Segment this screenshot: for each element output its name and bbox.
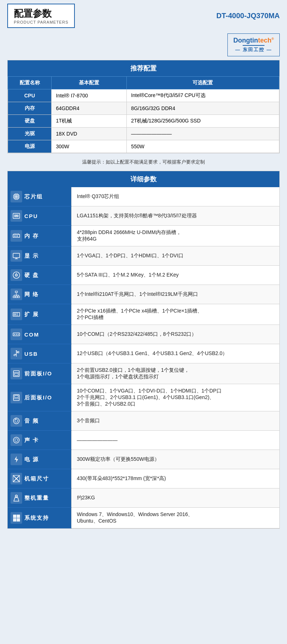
row-basic: 1T机械 bbox=[52, 115, 127, 128]
notice-prefix: 温馨提示： bbox=[82, 159, 106, 165]
title-zh: 配置参数 bbox=[14, 7, 68, 20]
row-icon bbox=[11, 250, 22, 262]
row-icon: CPU bbox=[11, 210, 22, 222]
row-icon bbox=[11, 230, 22, 242]
label-inner: 网 络 bbox=[11, 289, 68, 300]
recommended-section: 推荐配置 配置名称 基本配置 可选配置 CPU Intel® I7-8700 I… bbox=[7, 60, 280, 153]
detail-label-cell: 芯片组 bbox=[8, 187, 71, 206]
detail-row: 前面板I/O 2个前置USB2.0接口，1个电源按键，1个复位键，1个电源指示灯… bbox=[8, 363, 279, 384]
svg-rect-35 bbox=[18, 296, 20, 298]
label-inner: USB bbox=[11, 348, 68, 359]
row-optional: ———————— bbox=[126, 128, 279, 140]
svg-point-48 bbox=[14, 334, 15, 335]
title-box: 配置参数 PRODUCT PARAMETERS bbox=[7, 4, 75, 28]
row-icon bbox=[11, 368, 22, 379]
detail-label-cell: 网 络 bbox=[8, 285, 71, 304]
label-inner: 电 源 bbox=[11, 454, 68, 465]
detail-value-cell: ———————— bbox=[71, 431, 279, 450]
detail-label-cell: CPU CPU bbox=[8, 206, 71, 226]
table-header-row: 配置名称 基本配置 可选配置 bbox=[8, 77, 279, 89]
detail-label-cell: 9 硬 盘 bbox=[8, 266, 71, 285]
detail-label-cell: COM bbox=[8, 325, 71, 344]
detail-label-cell: kg 整机重量 bbox=[8, 488, 71, 508]
detail-value-cell: 300W额定功率（可更换550W电源） bbox=[71, 450, 279, 469]
svg-point-49 bbox=[16, 334, 17, 335]
row-label: 后面板I/O bbox=[24, 394, 52, 401]
detail-label-cell: USB bbox=[8, 344, 71, 363]
svg-marker-68 bbox=[15, 456, 18, 463]
detail-row: 扩 展 2个PCIe x16插槽、1个PCIe x4插槽、1个PCIe×1插槽、… bbox=[8, 304, 279, 325]
svg-rect-20 bbox=[17, 236, 18, 237]
detail-table: 芯片组 Intel® Q370芯片组 CPU CPU LGA1151构架，支持英… bbox=[8, 187, 279, 528]
label-inner: 后面板I/O bbox=[11, 392, 68, 403]
detail-value-cell: 12个USB口（4个USB3.1 Gen1、4个USB3.1 Gen2、4个US… bbox=[71, 344, 279, 363]
svg-point-66 bbox=[13, 437, 19, 443]
row-icon bbox=[11, 473, 22, 484]
detail-row: 后面板I/O 10个COM口、1个VGA口、1个DVI-D口、1个HDMI口、1… bbox=[8, 384, 279, 411]
detail-label-cell: 系统支持 bbox=[8, 508, 71, 528]
detail-row: 芯片组 Intel® Q370芯片组 bbox=[8, 187, 279, 206]
recommended-table: 配置名称 基本配置 可选配置 CPU Intel® I7-8700 Intel®… bbox=[8, 76, 279, 153]
table-row: 光驱 18X DVD ———————— bbox=[8, 128, 279, 140]
row-label: CPU bbox=[24, 213, 38, 219]
svg-rect-75 bbox=[17, 515, 20, 518]
row-label: 电 源 bbox=[24, 456, 39, 463]
row-name: 内存 bbox=[8, 102, 52, 115]
detail-value-cell: 1个Intel®i210AT千兆网口、1个Intel®I219LM千兆网口 bbox=[71, 285, 279, 304]
row-label: 机箱尺寸 bbox=[24, 475, 49, 482]
table-row: 硬盘 1T机械 2T机械/128G/256G/500G SSD bbox=[8, 115, 279, 128]
row-icon bbox=[11, 191, 22, 202]
row-label: 系统支持 bbox=[24, 515, 49, 522]
row-icon: 9 bbox=[11, 269, 22, 281]
svg-text:kg: kg bbox=[15, 495, 17, 497]
detail-row: 音 频 3个音频口 bbox=[8, 411, 279, 431]
row-label: 网 络 bbox=[24, 291, 39, 298]
reg-symbol: ® bbox=[271, 37, 274, 41]
model-number: DT-4000-JQ370MA bbox=[216, 12, 280, 20]
row-label: COM bbox=[24, 331, 39, 338]
row-label: 音 频 bbox=[24, 418, 39, 424]
detail-row: 电 源 300W额定功率（可更换550W电源） bbox=[8, 450, 279, 469]
detail-value-cell: LGA1151构架，支持英特尔®酷睿™8代I3/I5/I7处理器 bbox=[71, 206, 279, 226]
page-header: 配置参数 PRODUCT PARAMETERS DT-4000-JQ370MA bbox=[0, 0, 287, 32]
row-basic: Intel® I7-8700 bbox=[52, 89, 127, 102]
detail-row: 网 络 1个Intel®i210AT千兆网口、1个Intel®I219LM千兆网… bbox=[8, 285, 279, 304]
notice: 温馨提示：如以上配置不能满足要求，可根据客户要求定制 bbox=[7, 159, 280, 165]
label-inner: CPU CPU bbox=[11, 210, 68, 222]
detail-value-cell: 10个COM口（2个RS232/422/485口，8个RS232口） bbox=[71, 325, 279, 344]
label-inner: COM bbox=[11, 329, 68, 340]
row-name: 电源 bbox=[8, 140, 52, 153]
svg-rect-77 bbox=[17, 518, 20, 522]
row-icon: kg bbox=[11, 492, 22, 504]
row-label: 前面板I/O bbox=[24, 370, 52, 377]
logo-brand: Dongtintech® bbox=[233, 37, 274, 44]
detail-row: 内 存 4*288pin DDR4 2666MHz U-DIMM内存插槽，支持6… bbox=[8, 226, 279, 246]
row-icon bbox=[11, 289, 22, 300]
detail-row: kg 整机重量 约23KG bbox=[8, 488, 279, 508]
svg-rect-1 bbox=[15, 195, 18, 198]
svg-rect-45 bbox=[14, 314, 15, 315]
detail-row: 9 硬 盘 5个SATA III口、1个M.2 MKey、1个M.2 EKey bbox=[8, 266, 279, 285]
label-inner: 扩 展 bbox=[11, 309, 68, 320]
table-row: 电源 300W 550W bbox=[8, 140, 279, 153]
label-inner: kg 整机重量 bbox=[11, 492, 68, 504]
svg-rect-19 bbox=[16, 236, 16, 237]
row-label: 芯片组 bbox=[24, 193, 43, 200]
detail-section-title: 详细参数 bbox=[8, 171, 279, 187]
row-label: 声 卡 bbox=[24, 437, 39, 444]
svg-point-30 bbox=[16, 275, 17, 275]
detail-label-cell: 后面板I/O bbox=[8, 384, 71, 411]
svg-text:CPU: CPU bbox=[14, 215, 19, 217]
row-icon bbox=[11, 434, 22, 446]
detail-value-cell: 5个SATA III口、1个M.2 MKey、1个M.2 EKey bbox=[71, 266, 279, 285]
title-en: PRODUCT PARAMETERS bbox=[14, 20, 68, 24]
detail-label-cell: 扩 展 bbox=[8, 304, 71, 325]
svg-rect-76 bbox=[13, 518, 16, 522]
label-inner: 机箱尺寸 bbox=[11, 473, 68, 484]
label-inner: 系统支持 bbox=[11, 512, 68, 524]
label-inner: 芯片组 bbox=[11, 191, 68, 202]
detail-value-cell: 2个前置USB2.0接口，1个电源按键，1个复位键，1个电源指示灯，1个硬盘状态… bbox=[71, 363, 279, 384]
label-inner: 声 卡 bbox=[11, 434, 68, 446]
label-inner: 9 硬 盘 bbox=[11, 269, 68, 281]
detail-section: 详细参数 芯片组 Intel® Q37 bbox=[7, 171, 280, 529]
